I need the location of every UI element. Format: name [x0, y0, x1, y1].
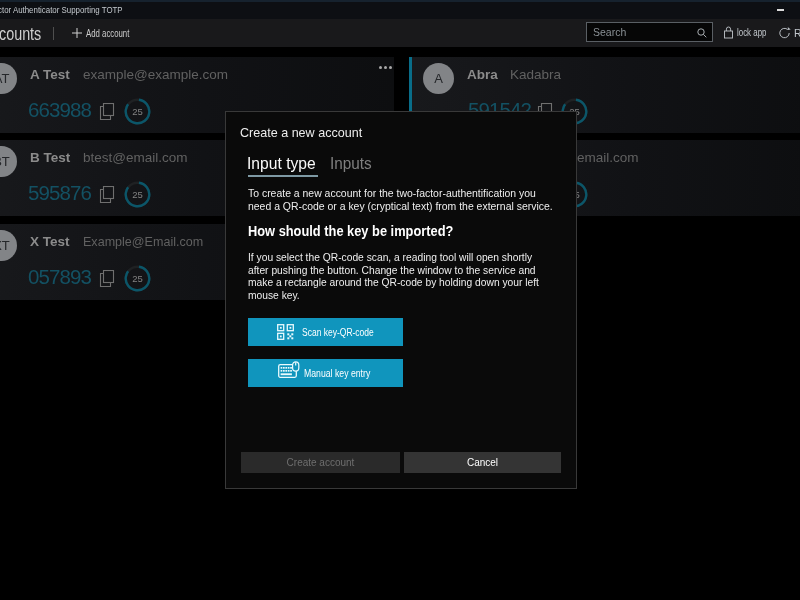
svg-text:25: 25 [132, 273, 143, 284]
svg-text:25: 25 [132, 189, 143, 200]
svg-text:25: 25 [132, 106, 143, 117]
